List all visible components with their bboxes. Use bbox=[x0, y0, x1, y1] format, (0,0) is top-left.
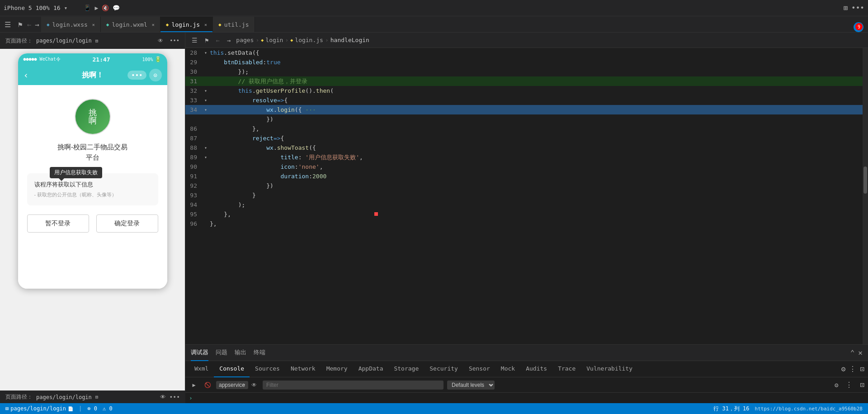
js-breadcrumb-icon: ◆ bbox=[261, 38, 264, 43]
tab-login-wxss[interactable]: ◆ login.wxss ✕ bbox=[41, 17, 101, 32]
dropdown-icon[interactable]: ▾ bbox=[64, 5, 68, 11]
eye-icon[interactable]: 👁 bbox=[158, 38, 163, 44]
notif-widget[interactable]: + 9 bbox=[854, 22, 863, 32]
sidebar-toggle[interactable]: ☰ bbox=[190, 36, 199, 45]
tab-console[interactable]: Console bbox=[214, 361, 250, 377]
scrollbar[interactable] bbox=[863, 48, 868, 344]
line-num: 92 bbox=[185, 181, 203, 190]
hamburger-icon[interactable]: ☰ bbox=[0, 17, 15, 32]
tab-mock[interactable]: Mock bbox=[495, 361, 520, 377]
fold-88[interactable]: ▾ bbox=[203, 145, 209, 150]
tab-trace[interactable]: Trace bbox=[552, 361, 581, 377]
devtools-more-icon[interactable]: ⋮ bbox=[849, 365, 856, 373]
code-content-35: }) bbox=[209, 114, 868, 124]
settings-icon[interactable]: ⚙ bbox=[841, 365, 846, 373]
layout-icon[interactable]: ⊞ bbox=[843, 4, 848, 12]
line-num: 34 bbox=[185, 105, 203, 114]
page-path-copy-icon[interactable]: ⊞ bbox=[95, 38, 99, 44]
phone-content: 挑啊 挑啊-校园二手物品交易平台 用户信息获取失败 该程序将获取以下信息 - 获… bbox=[18, 85, 167, 289]
fold-28[interactable]: ▾ bbox=[203, 50, 209, 55]
tab-util-js[interactable]: ◆ util.js bbox=[213, 17, 255, 32]
eye-filter-icon[interactable]: 👁 bbox=[249, 380, 259, 390]
code-panel: ☰ ⚑ ← → pages › ◆ login › ◆ login.js › h… bbox=[185, 33, 868, 403]
code-row-86: 86 }, bbox=[185, 124, 868, 133]
volume-icon[interactable]: 🔇 bbox=[102, 5, 109, 11]
code-content-31: // 获取用户信息，并登录 bbox=[209, 76, 868, 86]
cancel-button[interactable]: 暂不登录 bbox=[27, 214, 89, 233]
level-select[interactable]: Default levels bbox=[447, 381, 495, 390]
code-content-90: icon:'none', bbox=[209, 162, 868, 171]
battery-level: 100% bbox=[142, 57, 153, 62]
eye-icon-bottom[interactable]: 👁 bbox=[160, 394, 166, 400]
path-copy-icon[interactable]: ⊞ bbox=[95, 394, 99, 400]
fold-32[interactable]: ▾ bbox=[203, 88, 209, 93]
panel-close-icon[interactable]: ✕ bbox=[858, 348, 863, 357]
devtools-controls: ⚙ ⋮ ⊡ bbox=[841, 365, 864, 373]
fold-33[interactable]: ▾ bbox=[203, 98, 209, 103]
tab-network[interactable]: Network bbox=[285, 361, 321, 377]
code-row-95: 95 }, bbox=[185, 209, 868, 219]
more-icon[interactable]: ••• bbox=[170, 38, 179, 44]
devtools-expand-icon[interactable]: ⊡ bbox=[860, 365, 864, 373]
forward-icon[interactable]: → bbox=[33, 17, 41, 32]
app-avatar: 挑啊 bbox=[75, 99, 111, 135]
path-file-icon: 📄 bbox=[68, 406, 73, 411]
line-num: 95 bbox=[185, 209, 203, 219]
bookmark-nav-icon[interactable]: ⚑ bbox=[203, 36, 210, 45]
tab-memory[interactable]: Memory bbox=[321, 361, 353, 377]
tab-label: login.wxml bbox=[112, 21, 147, 28]
bottom-panel: 调试器 问题 输出 终端 ⌃ ✕ Wxml Console Sources Ne… bbox=[185, 344, 868, 403]
filter-input[interactable] bbox=[263, 381, 443, 390]
tab-storage[interactable]: Storage bbox=[388, 361, 424, 377]
page-path-value: pages/login/login bbox=[36, 38, 92, 44]
tab-login-js[interactable]: ◆ login.js ✕ bbox=[160, 17, 213, 32]
service-select[interactable]: appservice bbox=[216, 381, 248, 389]
code-content-88: wx.showToast({ bbox=[209, 143, 868, 152]
bottom-tab-terminal[interactable]: 终端 bbox=[254, 345, 265, 361]
more-icon[interactable]: ••• bbox=[851, 4, 864, 12]
back-button[interactable]: ‹ bbox=[24, 70, 29, 81]
code-content-34: wx.login({ ··· bbox=[209, 105, 868, 114]
tab-login-wxml[interactable]: ◆ login.wxml ✕ bbox=[101, 17, 160, 32]
tooltip-badge: 用户信息获取失败 bbox=[50, 167, 102, 178]
tab-appdata[interactable]: AppData bbox=[353, 361, 389, 377]
tab-sensor[interactable]: Sensor bbox=[463, 361, 495, 377]
console-filter-row: ▶ 🚫 appservice ▾ 👁 Default levels ▾ bbox=[185, 377, 868, 393]
tab-wxml[interactable]: Wxml bbox=[189, 361, 214, 377]
scroll-thumb[interactable] bbox=[863, 167, 867, 194]
nav-circle-button[interactable]: ⊙ bbox=[149, 69, 162, 81]
execute-icon[interactable]: ▶ bbox=[189, 380, 199, 390]
confirm-button[interactable]: 确定登录 bbox=[96, 214, 158, 233]
code-content-89: title: '用户信息获取失败', bbox=[209, 152, 868, 162]
nav-dots-button[interactable]: ••• bbox=[127, 71, 146, 80]
code-content-96: }, bbox=[209, 219, 868, 228]
tab-sources[interactable]: Sources bbox=[250, 361, 285, 377]
play-icon[interactable]: ▶ bbox=[94, 5, 98, 11]
fold-89[interactable]: ▾ bbox=[203, 155, 209, 160]
console-settings-icon[interactable]: ⚙ bbox=[835, 381, 838, 389]
tab-close-login-wxss[interactable]: ✕ bbox=[92, 22, 95, 27]
code-editor: 28 ▾ this.setData({ 29 btnDisabled:true … bbox=[185, 48, 868, 344]
back-icon[interactable]: ← bbox=[25, 17, 33, 32]
code-row-32: 32 ▾ this.getUserProfile().then( bbox=[185, 86, 868, 95]
console-expand-icon[interactable]: ⊡ bbox=[860, 381, 864, 389]
forward-nav-icon[interactable]: → bbox=[225, 36, 232, 45]
bottom-tab-debugger[interactable]: 调试器 bbox=[191, 345, 208, 361]
console-split-icon[interactable]: ⋮ bbox=[845, 381, 853, 389]
tab-close-login-js[interactable]: ✕ bbox=[204, 22, 207, 27]
fold-34[interactable]: ▾ bbox=[203, 107, 209, 112]
panel-up-icon[interactable]: ⌃ bbox=[850, 348, 855, 357]
clear-icon[interactable]: 🚫 bbox=[203, 380, 212, 390]
line-num: 89 bbox=[185, 152, 203, 162]
tab-audits[interactable]: Audits bbox=[520, 361, 552, 377]
bottom-tab-output[interactable]: 输出 bbox=[235, 345, 246, 361]
back-nav-icon[interactable]: ← bbox=[214, 36, 221, 45]
phone-status-bar: ●●●●● WeChat令 21:47 100% 🔋 bbox=[18, 53, 167, 65]
tab-close-login-wxml[interactable]: ✕ bbox=[152, 22, 155, 27]
bottom-tab-issues[interactable]: 问题 bbox=[216, 345, 227, 361]
bookmark-icon[interactable]: ⚑ bbox=[15, 17, 25, 32]
tab-security[interactable]: Security bbox=[424, 361, 463, 377]
tab-vulnerability[interactable]: Vulnerability bbox=[581, 361, 638, 377]
more-icon-bottom[interactable]: ••• bbox=[170, 394, 180, 400]
line-num: 30 bbox=[185, 67, 203, 76]
